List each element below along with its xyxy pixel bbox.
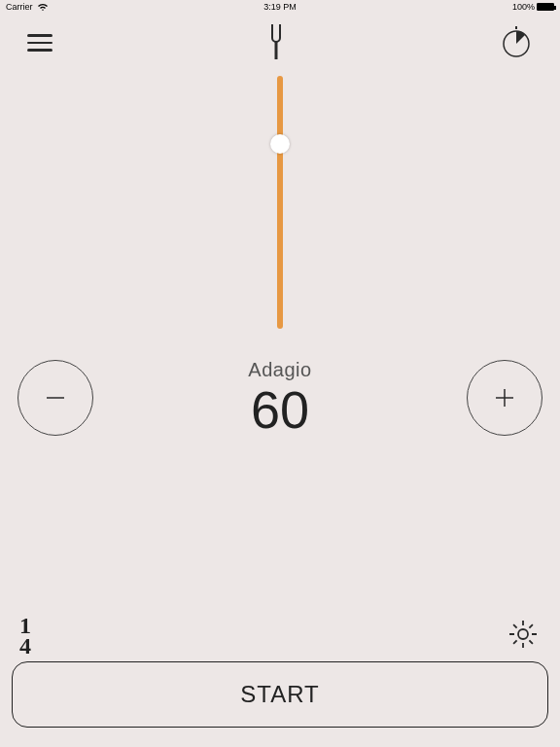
carrier-label: Carrier [6, 2, 33, 12]
pendulum [0, 72, 560, 339]
pendulum-weight[interactable] [270, 134, 290, 154]
bottom-panel: 1 4 START [0, 616, 560, 747]
timer-icon[interactable] [500, 26, 533, 59]
time-signature-button[interactable]: 1 4 [19, 616, 31, 656]
battery-pct-label: 100% [512, 2, 535, 12]
tuning-fork-icon[interactable] [267, 24, 285, 61]
tempo-row: Adagio 60 [0, 339, 560, 436]
start-button[interactable]: START [12, 661, 548, 728]
tempo-marking-label: Adagio [248, 359, 311, 381]
settings-button[interactable] [506, 617, 541, 656]
increase-tempo-button[interactable] [467, 360, 542, 436]
plus-icon [491, 384, 518, 411]
tempo-bpm-value: 60 [248, 383, 311, 436]
decrease-tempo-button[interactable] [18, 360, 93, 436]
svg-point-6 [518, 629, 528, 639]
time-signature-denominator: 4 [19, 636, 31, 656]
header-row [0, 14, 560, 72]
minus-icon [42, 384, 69, 411]
tempo-display[interactable]: Adagio 60 [248, 359, 311, 436]
pendulum-bar[interactable] [277, 76, 283, 329]
wifi-icon [37, 3, 49, 12]
battery-indicator: 100% [512, 2, 554, 12]
status-bar: Carrier 3:19 PM 100% [0, 0, 560, 14]
gear-icon [506, 617, 541, 652]
menu-icon[interactable] [27, 34, 52, 52]
clock-label: 3:19 PM [263, 2, 297, 12]
